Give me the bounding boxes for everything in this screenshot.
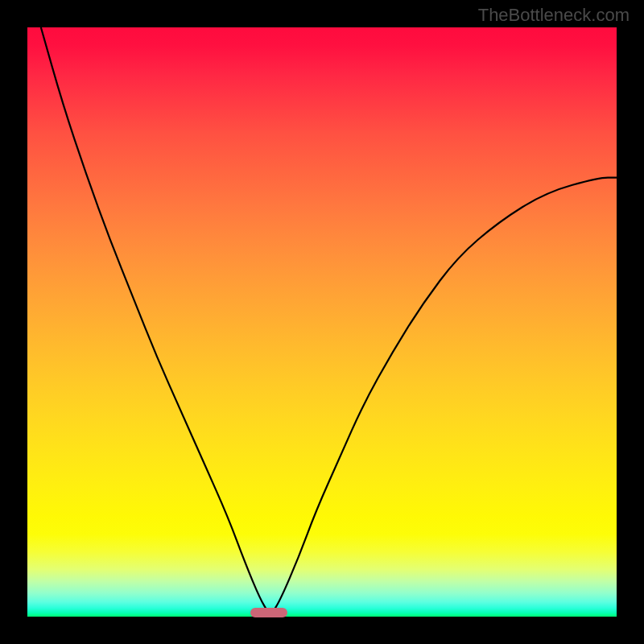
- watermark-text: TheBottleneck.com: [478, 5, 630, 26]
- chart-svg: [27, 27, 617, 617]
- optimal-marker: [250, 608, 287, 617]
- plot-area: [27, 27, 617, 617]
- bottleneck-curve: [41, 27, 617, 613]
